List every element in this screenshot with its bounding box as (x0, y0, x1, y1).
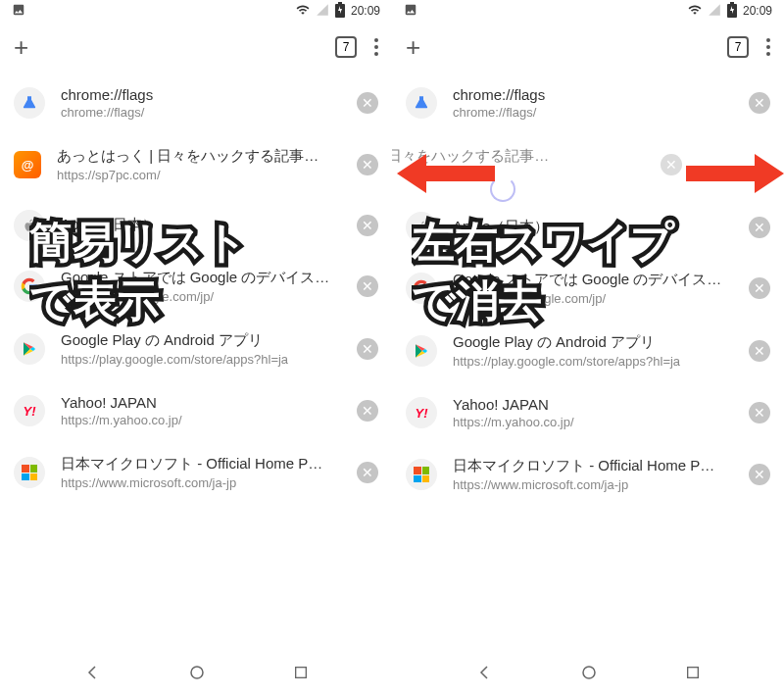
tab-url: https://play.google.com/store/apps?hl=ja (61, 352, 341, 367)
toolbar: + 7 (0, 22, 392, 73)
tab-title: あっとはっく | 日々をハックする記事… (57, 147, 341, 166)
close-tab-button[interactable]: ✕ (749, 92, 770, 114)
tab-text: 日本マイクロソフト - Official Home P… https://www… (61, 455, 341, 490)
tab-title: chrome://flags (61, 86, 341, 103)
status-bar: 20:09 (392, 0, 784, 22)
svg-text:左右スワイプ: 左右スワイプ (412, 218, 675, 266)
tab-title: Yahoo! JAPAN (61, 394, 341, 411)
close-tab-button[interactable]: ✕ (749, 340, 770, 362)
tab-text: Yahoo! JAPAN https://m.yahoo.co.jp/ (61, 394, 341, 427)
tab-text: chrome://flags chrome://flags/ (453, 86, 733, 120)
svg-text:簡易リスト: 簡易リスト (29, 218, 248, 266)
tab-text: 日本マイクロソフト - Official Home P… https://www… (453, 457, 733, 492)
status-right: 20:09 (296, 2, 380, 21)
image-icon (12, 3, 25, 20)
new-tab-button[interactable]: + (406, 32, 420, 63)
close-tab-button[interactable]: ✕ (357, 92, 378, 114)
tab-url: https://m.yahoo.co.jp/ (61, 413, 341, 427)
wifi-icon (296, 3, 310, 20)
favicon-yahoo-icon: Y! (14, 395, 45, 426)
close-tab-button[interactable]: ✕ (357, 154, 378, 175)
nav-bar (0, 652, 392, 697)
tab-title: chrome://flags (453, 86, 733, 103)
tab-url: https://m.yahoo.co.jp/ (453, 415, 733, 429)
tab-switcher-button[interactable]: 7 (335, 36, 357, 58)
favicon-flask-icon (406, 87, 437, 119)
favicon-microsoft-icon (14, 457, 45, 488)
status-time: 20:09 (351, 4, 380, 18)
status-left (12, 3, 25, 20)
tab-url: .com/ (392, 168, 645, 182)
favicon-microsoft-icon (406, 459, 437, 490)
status-time: 20:09 (743, 4, 772, 18)
close-tab-button[interactable]: ✕ (661, 154, 682, 175)
toolbar-right: 7 (727, 36, 770, 58)
nav-recents-button[interactable] (293, 665, 309, 684)
favicon-yahoo-icon: Y! (406, 397, 437, 428)
battery-icon (727, 2, 737, 21)
tab-url: chrome://flags/ (61, 105, 341, 120)
svg-point-6 (583, 667, 595, 678)
tab-url: https://play.google.com/store/apps?hl=ja (453, 354, 733, 369)
nav-home-button[interactable] (188, 664, 206, 685)
tab-switcher-button[interactable]: 7 (727, 36, 749, 58)
close-tab-button[interactable]: ✕ (749, 464, 770, 485)
tab-item[interactable]: Y! Yahoo! JAPAN https://m.yahoo.co.jp/ ✕ (392, 382, 784, 443)
nav-home-button[interactable] (580, 664, 598, 685)
tab-text: chrome://flags chrome://flags/ (61, 86, 341, 120)
tab-item[interactable]: chrome://flags chrome://flags/ ✕ (392, 73, 784, 133)
nav-bar (392, 652, 784, 697)
tab-url: chrome://flags/ (453, 105, 733, 120)
svg-rect-1 (338, 2, 342, 4)
image-icon (404, 3, 417, 20)
nav-back-button[interactable] (475, 664, 493, 685)
close-tab-button[interactable]: ✕ (357, 462, 378, 483)
battery-icon (335, 2, 345, 21)
svg-point-2 (191, 667, 203, 678)
new-tab-button[interactable]: + (14, 32, 28, 63)
signal-icon (708, 3, 721, 20)
tab-title: く | 日々をハックする記事… (392, 147, 645, 166)
tab-item[interactable]: Y! Yahoo! JAPAN https://m.yahoo.co.jp/ ✕ (0, 380, 392, 441)
tab-url: https://www.microsoft.com/ja-jp (453, 477, 733, 492)
close-tab-button[interactable]: ✕ (357, 215, 378, 236)
tab-url: https://www.microsoft.com/ja-jp (61, 475, 341, 490)
close-tab-button[interactable]: ✕ (749, 217, 770, 238)
tab-text: く | 日々をハックする記事… .com/ (392, 147, 645, 182)
close-tab-button[interactable]: ✕ (749, 277, 770, 299)
more-menu-button[interactable] (374, 38, 378, 56)
svg-rect-7 (688, 668, 699, 678)
signal-icon (316, 3, 329, 20)
close-tab-button[interactable]: ✕ (357, 338, 378, 360)
favicon-flask-icon (14, 87, 45, 119)
annotation-right: 左右スワイプ で消去 (412, 214, 745, 341)
tab-url: https://sp7pc.com/ (57, 168, 341, 182)
favicon-at-icon: @ (14, 151, 41, 178)
more-menu-button[interactable] (766, 38, 770, 56)
tab-item-swiping[interactable]: @ く | 日々をハックする記事… .com/ ✕ (392, 133, 696, 196)
status-bar: 20:09 (0, 0, 392, 22)
close-tab-button[interactable]: ✕ (749, 402, 770, 423)
wifi-icon (688, 3, 702, 20)
tab-list: chrome://flags chrome://flags/ ✕ @ く | 日… (392, 73, 784, 652)
status-right: 20:09 (688, 2, 772, 21)
tab-item[interactable]: chrome://flags chrome://flags/ ✕ (0, 73, 392, 133)
phone-left: 20:09 + 7 chrome://flags chrome://flags/… (0, 0, 392, 697)
tab-list: chrome://flags chrome://flags/ ✕ @ あっとはっ… (0, 73, 392, 652)
status-left (404, 3, 417, 20)
nav-back-button[interactable] (83, 664, 101, 685)
tab-title: 日本マイクロソフト - Official Home P… (453, 457, 733, 475)
phone-right: 20:09 + 7 chrome://flags chrome://flags/… (392, 0, 784, 697)
annotation-left: 簡易リスト で表示 (29, 214, 304, 341)
tab-text: あっとはっく | 日々をハックする記事… https://sp7pc.com/ (57, 147, 341, 182)
tab-title: Yahoo! JAPAN (453, 396, 733, 413)
nav-recents-button[interactable] (685, 665, 701, 684)
svg-rect-5 (730, 2, 734, 4)
close-tab-button[interactable]: ✕ (357, 400, 378, 422)
tab-item[interactable]: 日本マイクロソフト - Official Home P… https://www… (0, 441, 392, 504)
tab-title: 日本マイクロソフト - Official Home P… (61, 455, 341, 473)
close-tab-button[interactable]: ✕ (357, 275, 378, 297)
svg-text:で消去: で消去 (412, 276, 542, 324)
tab-item[interactable]: @ あっとはっく | 日々をハックする記事… https://sp7pc.com… (0, 133, 392, 196)
tab-item[interactable]: 日本マイクロソフト - Official Home P… https://www… (392, 443, 784, 506)
